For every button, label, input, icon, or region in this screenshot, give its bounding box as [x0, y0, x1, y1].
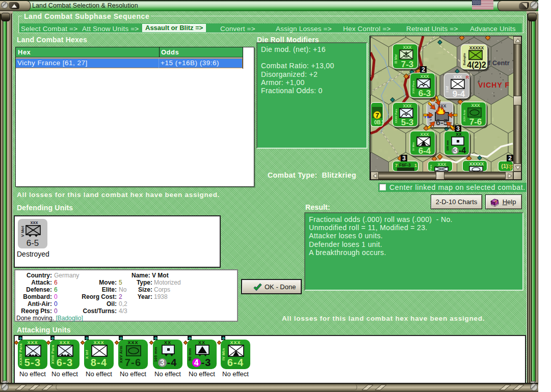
svg-text:(1): (1) — [501, 163, 508, 169]
svg-text:III Mar: III Mar — [394, 54, 398, 64]
svg-text:F6F-3: F6F-3 — [399, 162, 411, 167]
svg-text:XXX: XXX — [453, 74, 462, 79]
svg-text:105 mm: 105 mm — [446, 140, 449, 151]
svg-text:2: 2 — [508, 155, 512, 162]
svg-text:2: 2 — [422, 66, 425, 73]
svg-text:XXX: XXX — [420, 132, 429, 137]
svg-text:6-3: 6-3 — [418, 89, 431, 98]
svg-text:XXV Arm: XXV Arm — [463, 110, 466, 122]
svg-text:XXX: XXX — [471, 103, 480, 108]
svg-text:XXXIV Para: XXXIV Para — [395, 109, 398, 123]
svg-text:R: R — [466, 75, 469, 80]
svg-text:1: 1 — [414, 163, 417, 168]
svg-text:IV Mtn: IV Mtn — [412, 142, 415, 151]
svg-text:3: 3 — [456, 125, 460, 132]
svg-text:XXX: XXX — [437, 162, 446, 167]
svg-text:7-3: 7-3 — [401, 60, 414, 69]
svg-text:9-4: 9-4 — [453, 89, 465, 99]
svg-text:XVIII Para: XVIII Para — [412, 80, 415, 94]
svg-text:3: 3 — [453, 146, 458, 155]
svg-text:XXX: XXX — [420, 74, 429, 79]
svg-text:VICHY F: VICHY F — [478, 81, 510, 89]
svg-text:7: 7 — [395, 163, 398, 168]
svg-text:Para: Para — [429, 165, 432, 171]
svg-text:5-3: 5-3 — [401, 118, 414, 127]
svg-text:XXXXX: XXXXX — [469, 161, 484, 166]
svg-text:XX: XX — [456, 132, 462, 137]
svg-text:6-5: 6-5 — [436, 118, 449, 127]
svg-text:Badoglio: Badoglio — [463, 53, 466, 65]
svg-text:I Inf: I Inf — [445, 86, 449, 92]
svg-text:1: 1 — [381, 120, 384, 125]
svg-text:7: 7 — [375, 111, 379, 119]
svg-text:3: 3 — [402, 155, 406, 162]
svg-text:0B: 0B — [374, 120, 381, 125]
svg-text:6-4: 6-4 — [418, 146, 431, 156]
svg-text:4(2)2: 4(2)2 — [467, 61, 486, 69]
svg-text:XXX: XXX — [403, 103, 411, 108]
svg-text:XXXXX: XXXXX — [469, 45, 484, 50]
svg-text:7-6: 7-6 — [469, 117, 482, 127]
svg-text:XXX: XXX — [403, 45, 411, 50]
svg-text:-4: -4 — [459, 146, 466, 155]
